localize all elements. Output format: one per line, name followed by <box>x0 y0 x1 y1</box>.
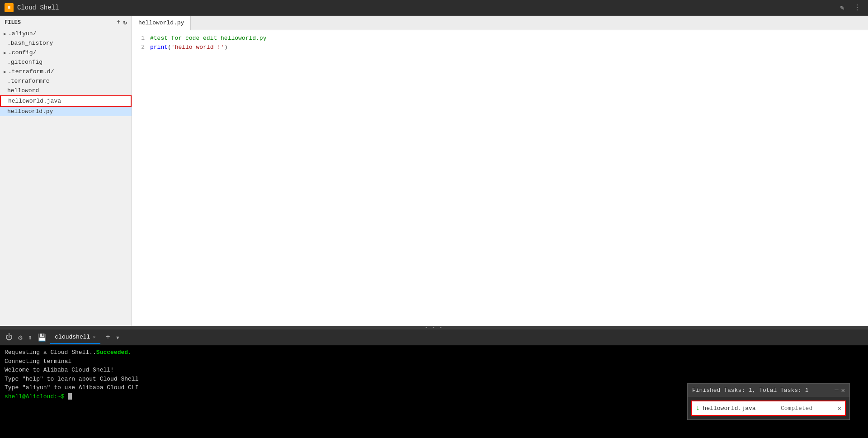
task-popup: Finished Tasks: 1, Total Tasks: 1 ─ ✕ ↓ … <box>687 383 850 420</box>
file-item-helloworld-py[interactable]: helloworld.py <box>0 107 132 116</box>
file-label: helloworld.py <box>7 108 53 115</box>
code-string: 'hello world !' <box>171 44 224 51</box>
refresh-icon[interactable]: ↻ <box>123 19 127 26</box>
terminal-tabs: ⏻ ⚙ ⬆ 💾 cloudshell ✕ + ▾ <box>0 330 868 345</box>
terminal-tab-cloudshell[interactable]: cloudshell ✕ <box>50 331 100 344</box>
file-tree-actions: + ↻ <box>117 19 127 26</box>
file-label: .config/ <box>8 49 36 56</box>
save-icon[interactable]: 💾 <box>36 332 48 343</box>
task-item-left: ↓ helloworld.java <box>696 404 756 412</box>
file-label: .terraformrc <box>7 78 50 85</box>
task-download-icon: ↓ <box>696 404 700 412</box>
folder-arrow: ▶ <box>4 31 6 37</box>
title-bar: ≡ Cloud Shell ✎ ⋮ <box>0 0 868 16</box>
task-item-close[interactable]: ✕ <box>838 405 841 412</box>
editor-area: FILES + ↻ ▶.aliyun/.bash_history▶.config… <box>0 16 868 326</box>
power-icon[interactable]: ⏻ <box>4 332 14 343</box>
editor-tabs: helloworld.py <box>132 16 868 30</box>
file-label: .terraform.d/ <box>8 68 54 75</box>
code-func: print <box>150 44 168 51</box>
file-label: helloworld.java <box>8 98 61 104</box>
task-popup-title: Finished Tasks: 1, Total Tasks: 1 <box>692 387 808 394</box>
title-actions: ✎ ⋮ <box>837 2 863 13</box>
editor-tab-helloworld-py[interactable]: helloworld.py <box>132 16 191 30</box>
terminal-tab-label: cloudshell <box>55 334 90 340</box>
line-code: #test for code edit helloworld.py <box>150 34 266 43</box>
file-tree: FILES + ↻ ▶.aliyun/.bash_history▶.config… <box>0 16 132 326</box>
dropdown-icon[interactable]: ▾ <box>114 332 122 343</box>
folder-arrow: ▶ <box>4 50 6 56</box>
main-container: FILES + ↻ ▶.aliyun/.bash_history▶.config… <box>0 16 868 438</box>
line-number: 2 <box>132 43 150 52</box>
task-status: Completed <box>781 405 812 412</box>
task-name: helloworld.java <box>703 405 756 412</box>
terminal-line: Welcome to Alibaba Cloud Shell! <box>5 366 863 375</box>
upload-icon[interactable]: ⬆ <box>26 332 34 343</box>
terminal-line: Connecting terminal <box>5 357 863 366</box>
resize-handle[interactable]: • • • <box>0 326 868 330</box>
folder-arrow: ▶ <box>4 69 6 75</box>
editor-panel: helloworld.py 1#test for code edit hello… <box>132 16 868 326</box>
files-label: FILES <box>5 19 21 26</box>
task-item: ↓ helloworld.java Completed ✕ <box>691 400 846 416</box>
file-items-container: ▶.aliyun/.bash_history▶.config/.gitconfi… <box>0 29 132 116</box>
terminal-line: Requesting a Cloud Shell..Succeeded. <box>5 348 863 357</box>
file-item--terraform-d-[interactable]: ▶.terraform.d/ <box>0 67 132 76</box>
app-logo: ≡ <box>5 3 14 12</box>
line-number: 1 <box>132 34 150 43</box>
logo-icon: ≡ <box>8 5 11 10</box>
terminal-tab-actions: + ▾ <box>104 332 122 343</box>
settings-icon[interactable]: ⚙ <box>16 332 24 343</box>
line-code: print('hello world !') <box>150 43 228 52</box>
editor-content[interactable]: 1#test for code edit helloworld.py2print… <box>132 30 868 326</box>
file-item--terraformrc[interactable]: .terraformrc <box>0 76 132 86</box>
popup-actions: ─ ✕ <box>835 386 845 394</box>
code-comment: #test for code edit helloworld.py <box>150 35 266 42</box>
edit-icon[interactable]: ✎ <box>837 2 847 13</box>
app-title: Cloud Shell <box>17 4 837 11</box>
more-menu-icon[interactable]: ⋮ <box>851 2 863 13</box>
file-label: .aliyun/ <box>8 30 36 37</box>
file-item-helloword[interactable]: helloword <box>0 86 132 95</box>
file-item--bash-history[interactable]: .bash_history <box>0 38 132 48</box>
terminal-line: Type "help" to learn about Cloud Shell <box>5 375 863 384</box>
terminal-cursor <box>68 393 72 400</box>
file-item--gitconfig[interactable]: .gitconfig <box>0 57 132 67</box>
file-item--config-[interactable]: ▶.config/ <box>0 48 132 57</box>
file-label: .gitconfig <box>7 59 42 66</box>
file-item-helloworld-java[interactable]: helloworld.java <box>0 95 132 107</box>
terminal-tab-close[interactable]: ✕ <box>93 334 96 340</box>
task-popup-header: Finished Tasks: 1, Total Tasks: 1 ─ ✕ <box>688 384 849 397</box>
add-file-icon[interactable]: + <box>117 19 120 26</box>
file-tree-header: FILES + ↻ <box>0 16 132 29</box>
tab-label: helloworld.py <box>138 19 184 26</box>
code-line-2: 2print('hello world !') <box>132 43 868 52</box>
file-label: .bash_history <box>7 40 53 47</box>
add-terminal-icon[interactable]: + <box>104 332 112 343</box>
code-line-1: 1#test for code edit helloworld.py <box>132 34 868 43</box>
popup-close-icon[interactable]: ✕ <box>841 386 845 394</box>
popup-minimize-icon[interactable]: ─ <box>835 386 838 394</box>
terminal-prompt: shell@Alicloud:~$ <box>5 393 68 400</box>
task-popup-body: ↓ helloworld.java Completed ✕ <box>688 397 849 419</box>
file-item--aliyun-[interactable]: ▶.aliyun/ <box>0 29 132 38</box>
file-label: helloword <box>7 87 39 94</box>
